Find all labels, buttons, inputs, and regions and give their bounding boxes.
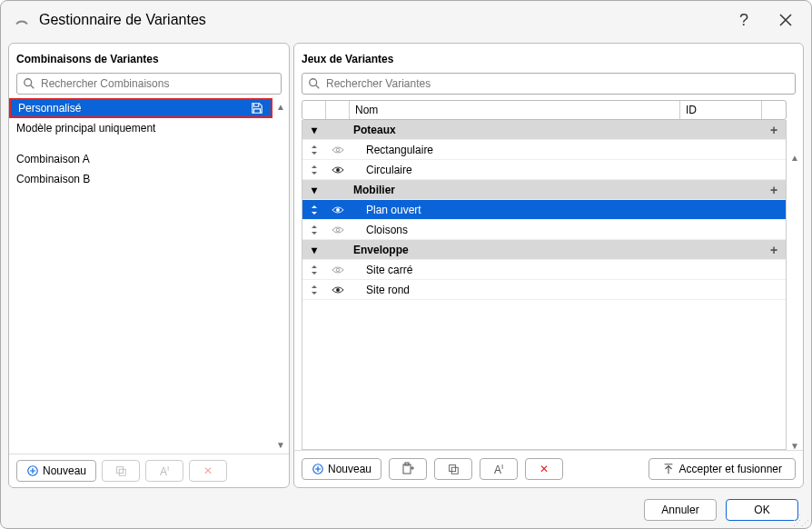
variant-label: Rectangulaire bbox=[350, 144, 762, 156]
eye-hidden-icon[interactable] bbox=[332, 265, 344, 274]
app-icon bbox=[14, 12, 30, 28]
svg-point-11 bbox=[336, 268, 340, 272]
combinations-header: Combinaisons de Variantes bbox=[9, 44, 289, 69]
variant-item-plan-ouvert[interactable]: Plan ouvert bbox=[302, 200, 786, 220]
variant-label: Site rond bbox=[350, 284, 762, 296]
cancel-label: Annuler bbox=[661, 504, 698, 516]
combination-item-main-model[interactable]: Modèle principal uniquement bbox=[9, 118, 272, 138]
eye-hidden-icon[interactable] bbox=[332, 225, 344, 235]
variant-group-enveloppe[interactable]: ▾ Enveloppe + bbox=[302, 240, 786, 260]
svg-point-10 bbox=[336, 228, 340, 232]
combination-label: Modèle principal uniquement bbox=[16, 122, 155, 135]
combinations-scrollbar[interactable]: ▲ ▼ bbox=[272, 98, 289, 454]
variants-toolbar: Nouveau AI ✕ bbox=[294, 450, 803, 487]
dialog-window: Gestionnaire de Variantes ? Combinaisons… bbox=[0, 0, 812, 529]
scroll-down-icon: ▼ bbox=[276, 440, 285, 450]
svg-point-0 bbox=[25, 79, 32, 86]
variant-group-label: Mobilier bbox=[350, 184, 762, 196]
col-add bbox=[762, 101, 786, 119]
col-expand[interactable] bbox=[302, 101, 326, 119]
combinations-toolbar: Nouveau AI ✕ bbox=[9, 454, 289, 487]
dialog-title: Gestionnaire de Variantes bbox=[39, 12, 715, 28]
delete-variant-button[interactable]: ✕ bbox=[525, 458, 563, 480]
col-visibility[interactable] bbox=[326, 101, 350, 119]
svg-rect-4 bbox=[119, 469, 125, 475]
ok-button[interactable]: OK bbox=[726, 499, 798, 521]
chevron-down-icon: ▾ bbox=[312, 184, 317, 196]
add-variant-button[interactable]: + bbox=[762, 183, 786, 197]
variant-sets-panel: Jeux de Variantes Nom ID bbox=[293, 43, 804, 488]
ok-label: OK bbox=[754, 504, 769, 516]
duplicate-combination-button[interactable] bbox=[102, 460, 140, 482]
variants-table-header: Nom ID bbox=[302, 100, 787, 120]
svg-point-9 bbox=[336, 208, 340, 212]
svg-point-5 bbox=[310, 79, 317, 86]
cancel-button[interactable]: Annuler bbox=[644, 499, 717, 521]
accept-button-label: Accepter et fusionner bbox=[679, 463, 782, 475]
eye-visible-icon[interactable] bbox=[332, 165, 344, 175]
content-area: Combinaisons de Variantes Personnalisé bbox=[1, 39, 811, 492]
delete-combination-button[interactable]: ✕ bbox=[189, 460, 227, 482]
variant-label: Circulaire bbox=[350, 164, 762, 176]
variant-item-cloisons[interactable]: Cloisons bbox=[302, 220, 786, 240]
variant-label: Cloisons bbox=[350, 224, 762, 236]
variants-list: ▾ Poteaux + Rectangulaire Circ bbox=[302, 120, 787, 450]
sort-icon bbox=[311, 145, 318, 155]
variant-group-label: Poteaux bbox=[350, 124, 762, 136]
save-icon bbox=[251, 102, 263, 115]
col-id[interactable]: ID bbox=[680, 101, 762, 119]
combination-item-a[interactable]: Combinaison A bbox=[9, 149, 272, 169]
svg-rect-3 bbox=[117, 467, 124, 474]
scroll-down-icon: ▼ bbox=[790, 441, 799, 451]
add-variant-button[interactable]: + bbox=[762, 243, 786, 257]
variant-item-rectangulaire[interactable]: Rectangulaire bbox=[302, 140, 786, 160]
search-icon bbox=[23, 77, 35, 90]
variant-item-site-rond[interactable]: Site rond bbox=[302, 280, 786, 300]
eye-visible-icon[interactable] bbox=[332, 205, 344, 215]
eye-hidden-icon[interactable] bbox=[332, 145, 344, 155]
add-variant-button[interactable]: + bbox=[762, 123, 786, 137]
scroll-up-icon: ▲ bbox=[276, 102, 285, 112]
accept-merge-button[interactable]: Accepter et fusionner bbox=[649, 458, 796, 480]
variant-sets-header: Jeux de Variantes bbox=[294, 44, 803, 69]
rename-variant-button[interactable]: AI bbox=[480, 458, 518, 480]
eye-visible-icon[interactable] bbox=[332, 285, 344, 294]
clipboard-button[interactable] bbox=[389, 458, 427, 480]
combinations-search[interactable] bbox=[16, 73, 282, 95]
col-name[interactable]: Nom bbox=[350, 101, 680, 119]
combination-item-custom[interactable]: Personnalisé bbox=[9, 98, 272, 118]
sort-icon bbox=[311, 264, 318, 275]
combination-label: Combinaison B bbox=[16, 173, 90, 185]
svg-point-12 bbox=[336, 288, 340, 292]
svg-point-7 bbox=[336, 148, 340, 152]
sort-icon bbox=[311, 284, 318, 295]
duplicate-variant-button[interactable] bbox=[434, 458, 472, 480]
titlebar: Gestionnaire de Variantes ? bbox=[1, 1, 811, 39]
help-button[interactable]: ? bbox=[731, 7, 757, 33]
variant-group-label: Enveloppe bbox=[350, 244, 762, 256]
combinations-list: Personnalisé Modèle principal uniquement… bbox=[9, 98, 272, 454]
variants-search[interactable] bbox=[302, 73, 796, 95]
resize-grip[interactable]: ⋰⋰⋰ bbox=[793, 515, 809, 526]
new-variant-button[interactable]: Nouveau bbox=[302, 458, 381, 480]
variant-item-circulaire[interactable]: Circulaire bbox=[302, 160, 786, 180]
sort-icon bbox=[311, 225, 318, 235]
variant-group-mobilier[interactable]: ▾ Mobilier + bbox=[302, 180, 786, 200]
variant-group-poteaux[interactable]: ▾ Poteaux + bbox=[302, 120, 786, 140]
combinations-search-input[interactable] bbox=[39, 76, 275, 91]
dialog-footer: Annuler OK bbox=[1, 492, 811, 528]
variants-search-input[interactable] bbox=[324, 76, 789, 91]
search-icon bbox=[308, 77, 321, 90]
svg-rect-17 bbox=[451, 467, 458, 474]
variant-item-site-carre[interactable]: Site carré bbox=[302, 260, 786, 280]
variant-label: Site carré bbox=[350, 264, 762, 276]
new-button-label: Nouveau bbox=[43, 464, 86, 477]
combination-label: Personnalisé bbox=[18, 102, 81, 115]
combination-item-b[interactable]: Combinaison B bbox=[9, 169, 272, 189]
rename-combination-button[interactable]: AI bbox=[145, 460, 183, 482]
variant-label: Plan ouvert bbox=[350, 204, 762, 216]
variants-scrollbar[interactable]: ▲ ▼ bbox=[787, 153, 803, 451]
new-combination-button[interactable]: Nouveau bbox=[16, 460, 96, 482]
close-button[interactable] bbox=[773, 7, 798, 33]
chevron-down-icon: ▾ bbox=[312, 244, 317, 256]
